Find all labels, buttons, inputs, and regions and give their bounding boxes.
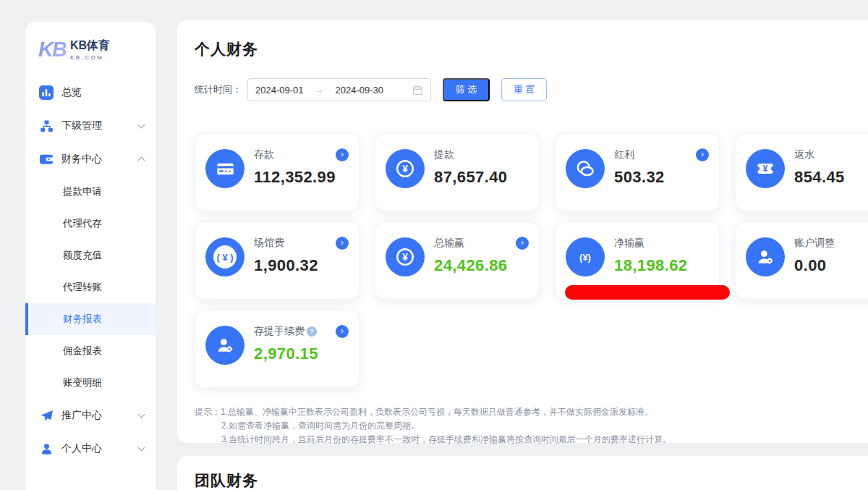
bar-chart-icon: [39, 85, 54, 100]
chevron-down-icon: [138, 411, 145, 418]
page-title: 个人财务: [195, 39, 868, 59]
tips-line-3: 3.当统计时间跨月，且前后月份的存提费率不一致时，存提手续费和净输赢将按查询时间…: [195, 433, 868, 447]
card-withdrawal: ¥ 提款 87,657.40: [375, 133, 540, 211]
reset-button[interactable]: 重置: [501, 78, 547, 101]
card-value: 854.45: [794, 168, 868, 187]
svg-text:¥: ¥: [402, 164, 408, 174]
user-icon: [39, 442, 54, 456]
team-finance-title: 团队财务: [195, 470, 868, 490]
card-detail-arrow-button[interactable]: ›: [336, 325, 349, 338]
card-bonus: 红利 › 503.32: [555, 133, 720, 211]
card-deposit: 存款 › 112,352.99: [195, 133, 359, 211]
sidebar-item-personal-center[interactable]: 个人中心: [25, 432, 156, 465]
brand-title: KB体育: [70, 38, 110, 54]
card-account-adjustment: 账户调整 0.00: [735, 221, 868, 300]
sidebar-item-label: 下级管理: [61, 119, 102, 132]
sidebar-item-overview[interactable]: 总览: [25, 76, 156, 109]
personal-finance-panel: 个人财务 统计时间： 2024-09-01 → 2024-09-30 筛选 重置: [177, 20, 868, 443]
card-detail-arrow-button[interactable]: ›: [336, 237, 349, 250]
svg-text:¥: ¥: [763, 164, 768, 174]
filter-button[interactable]: 筛选: [443, 78, 490, 101]
card-label: 返水: [794, 148, 814, 161]
user-gear-icon: [746, 237, 785, 276]
card-total-winloss: ¥ 总输赢 › 24,426.86: [375, 221, 540, 300]
yen-dashed-circle-icon: ( ¥ ): [205, 237, 244, 276]
svg-text:¥: ¥: [402, 252, 408, 263]
wallet-icon: [39, 152, 54, 166]
card-value: 2,970.15: [254, 345, 349, 363]
sidebar-subitem-withdraw-request[interactable]: 提款申请: [25, 176, 156, 208]
sidebar-item-label: 个人中心: [61, 442, 102, 455]
card-label: 红利: [614, 148, 634, 161]
card-label: 存款: [254, 148, 274, 161]
sidebar: KB KB体育 KB.COM 总览 下级管理: [25, 22, 156, 490]
tips-line-2: 2.如需查看净输赢，查询时间需为月份的完整周期。: [195, 419, 868, 433]
subitem-label: 额度充值: [63, 249, 102, 262]
date-range-picker[interactable]: 2024-09-01 → 2024-09-30: [247, 78, 431, 101]
help-question-icon[interactable]: ?: [307, 326, 317, 337]
red-highlight-annotation: [565, 285, 730, 300]
tips-text: 1.总输赢、净输赢中正数表示公司盈利，负数表示公司亏损，每天数据只做普通参考，并…: [221, 407, 653, 417]
card-detail-arrow-button[interactable]: ›: [516, 237, 529, 250]
sidebar-item-subordinates[interactable]: 下级管理: [25, 109, 156, 143]
org-tree-icon: [39, 119, 54, 133]
card-value: 87,657.40: [434, 168, 529, 187]
card-detail-arrow-button[interactable]: ›: [696, 148, 709, 161]
card-label: 提款: [434, 148, 454, 161]
tips-block: 提示：1.总输赢、净输赢中正数表示公司盈利，负数表示公司亏损，每天数据只做普通参…: [195, 405, 868, 447]
start-date-value[interactable]: 2024-09-01: [255, 85, 304, 96]
calendar-icon: [412, 85, 423, 96]
card-label: 场馆费: [254, 237, 284, 250]
end-date-value[interactable]: 2024-09-30: [336, 85, 384, 96]
yen-glyph: ( ¥ ): [213, 245, 237, 269]
subitem-label: 佣金报表: [63, 345, 102, 358]
brand-logo: KB KB体育 KB.COM: [25, 22, 156, 66]
sidebar-item-finance-center[interactable]: 财务中心: [25, 143, 156, 176]
card-deposit-withdraw-fee: 存提手续费 ? › 2,970.15: [195, 310, 359, 388]
range-arrow: →: [315, 85, 324, 95]
card-value: 18,198.62: [614, 256, 709, 275]
paper-plane-icon: [39, 408, 54, 423]
card-detail-arrow-button[interactable]: ›: [336, 148, 349, 161]
team-finance-panel: 团队财务: [177, 456, 868, 490]
sidebar-subitem-agent-transfer[interactable]: 代理转账: [25, 271, 156, 303]
sidebar-subitem-finance-report-active[interactable]: 财务报表: [25, 303, 156, 335]
card-value: 112,352.99: [254, 168, 349, 187]
subitem-label: 代理代存: [63, 217, 102, 230]
filter-row: 统计时间： 2024-09-01 → 2024-09-30 筛选 重置: [195, 78, 868, 101]
sidebar-item-label: 财务中心: [61, 153, 102, 166]
sidebar-subitem-quota-recharge[interactable]: 额度充值: [25, 240, 156, 271]
yen-paren-icon: (¥): [566, 237, 605, 276]
ticket-yen-icon: ¥: [746, 149, 785, 188]
kb-logo-mark: KB: [38, 38, 66, 62]
chevron-down-icon: [138, 444, 145, 452]
subitem-label: 财务报表: [63, 313, 102, 326]
card-label: 账户调整: [794, 237, 835, 250]
stat-cards-grid: 存款 › 112,352.99 ¥ 提款 87,657.40: [195, 133, 868, 388]
yen-circle-icon: ¥: [386, 149, 425, 188]
card-value: 0.00: [794, 256, 868, 275]
sidebar-item-label: 推广中心: [61, 409, 102, 422]
user-gear-icon: [205, 326, 244, 365]
subitem-label: 账变明细: [63, 376, 102, 389]
card-value: 1,900.32: [254, 256, 349, 275]
sidebar-subitem-commission-report[interactable]: 佣金报表: [25, 335, 156, 367]
sidebar-menu: 总览 下级管理 财务中心 提款申请 代理代存 额度充值 代理转账 财务报表: [25, 76, 156, 465]
brand-subtitle: KB.COM: [70, 54, 110, 61]
app-root: KB KB体育 KB.COM 总览 下级管理: [0, 0, 868, 490]
subitem-label: 提款申请: [63, 185, 102, 198]
tips-prefix: 提示：: [195, 407, 221, 417]
sidebar-item-label: 总览: [61, 86, 82, 99]
tips-line-1: 提示：1.总输赢、净输赢中正数表示公司盈利，负数表示公司亏损，每天数据只做普通参…: [195, 405, 868, 419]
yen-ring-icon: ¥: [386, 237, 425, 276]
sidebar-item-promotion-center[interactable]: 推广中心: [25, 399, 156, 432]
bank-card-icon: [205, 149, 244, 188]
sidebar-subitem-account-changes[interactable]: 账变明细: [25, 367, 156, 399]
chevron-down-icon: [138, 122, 145, 129]
subitem-label: 代理转账: [63, 281, 102, 294]
coins-icon: [566, 149, 605, 188]
chevron-up-icon: [138, 157, 145, 164]
card-label: 总输赢: [434, 237, 464, 250]
sidebar-subitem-agent-deposit[interactable]: 代理代存: [25, 208, 156, 240]
card-label: 存提手续费: [254, 325, 305, 338]
